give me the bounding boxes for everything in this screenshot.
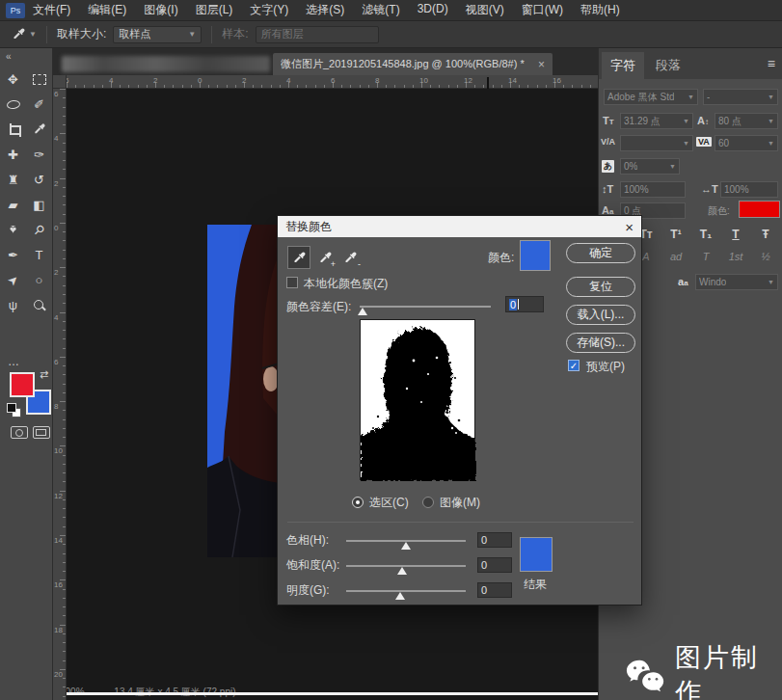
eraser-tool[interactable]: ▰ — [3, 195, 24, 214]
ok-button[interactable]: 确定 — [566, 243, 635, 263]
document-tab-active[interactable]: 微信图片_20191205145848.jpg @ 100%(RGB/8#) *… — [273, 53, 553, 75]
menu-item[interactable]: 文字(Y) — [250, 2, 288, 18]
hue-slider-thumb[interactable] — [401, 542, 411, 550]
localized-clusters-checkbox[interactable] — [286, 277, 298, 288]
menu-item[interactable]: 3D(D) — [418, 2, 448, 18]
opentype-feature-button[interactable]: ½ — [753, 251, 778, 262]
document-tab-blurred[interactable] — [62, 56, 270, 72]
font-size-field[interactable]: 31.29 点▼ — [620, 113, 693, 129]
swap-colors-icon[interactable]: ⇄ — [40, 368, 48, 381]
more-tools-button[interactable]: … — [8, 355, 20, 368]
kerning-field[interactable]: ▼ — [620, 135, 693, 151]
menu-item[interactable]: 图像(I) — [144, 2, 177, 18]
save-button[interactable]: 存储(S)... — [566, 333, 635, 353]
dodge-tool[interactable]: ⚲ — [29, 220, 50, 239]
screen-mode-button[interactable] — [33, 426, 50, 439]
proportional-spacing-field[interactable]: 0%▼ — [620, 158, 680, 175]
ruler-label: 10 — [419, 76, 428, 85]
menu-item[interactable]: 视图(V) — [466, 2, 504, 18]
fuzziness-slider[interactable] — [360, 306, 491, 308]
blur-tool[interactable]: ♠ — [3, 220, 24, 239]
font-family-dropdown[interactable]: Adobe 黑体 Std▼ — [604, 89, 698, 105]
opentype-feature-button[interactable]: 1st — [723, 251, 748, 262]
separator — [211, 26, 212, 43]
menu-item[interactable]: 编辑(E) — [88, 2, 126, 18]
hand-tool[interactable]: ψ — [3, 295, 24, 314]
ruler-cursor-marker — [487, 77, 489, 89]
default-colors-icon[interactable] — [7, 403, 19, 416]
type-style-button[interactable]: Ŧ — [753, 228, 778, 241]
sample-layers-dropdown[interactable]: 所有图层 — [256, 26, 379, 43]
quick-select-tool[interactable]: ✐ — [29, 94, 50, 114]
lightness-slider-thumb[interactable] — [395, 592, 405, 600]
collapse-panel-icon[interactable]: « — [6, 51, 12, 62]
healing-brush-tool[interactable]: ✚ — [3, 145, 24, 164]
path-select-tool-icon: ➤ — [5, 272, 21, 288]
menu-item[interactable]: 文件(F) — [33, 2, 70, 18]
menu-item[interactable]: 选择(S) — [306, 2, 344, 18]
load-button[interactable]: 载入(L)... — [566, 305, 635, 325]
fuzziness-input[interactable]: 0 — [505, 296, 544, 312]
tab-paragraph[interactable]: 段落 — [647, 52, 689, 79]
dialog-title-bar[interactable]: 替换颜色 × — [278, 216, 641, 237]
pen-tool[interactable]: ✒ — [3, 245, 24, 264]
crop-tool[interactable] — [3, 120, 24, 139]
image-radio[interactable] — [422, 497, 434, 508]
fuzziness-slider-thumb[interactable] — [358, 308, 367, 315]
saturation-input[interactable]: 0 — [477, 557, 512, 573]
menu-item[interactable]: 滤镜(T) — [362, 2, 399, 18]
eyedropper-subtract-button[interactable]: - — [338, 246, 362, 269]
horizontal-scale-field[interactable]: 100% — [720, 181, 778, 198]
opentype-feature-button[interactable]: ad — [663, 251, 688, 262]
history-brush-tool[interactable]: ↺ — [29, 170, 50, 189]
font-size-icon: TT — [603, 115, 614, 126]
result-color-swatch[interactable] — [520, 537, 553, 572]
wechat-icon — [625, 658, 665, 692]
move-tool[interactable]: ✥ — [3, 69, 24, 89]
gradient-tool[interactable]: ◧ — [29, 195, 50, 214]
ruler-label: 14 — [508, 76, 517, 85]
lightness-slider[interactable] — [346, 590, 466, 592]
hue-input[interactable]: 0 — [477, 532, 512, 548]
lasso-tool[interactable] — [3, 94, 24, 114]
menu-item[interactable]: 图层(L) — [196, 2, 233, 18]
quick-mask-button[interactable] — [11, 426, 28, 439]
preview-checkbox[interactable]: ✓ — [568, 360, 580, 371]
close-icon[interactable]: × — [538, 58, 545, 71]
vertical-scale-field[interactable]: 100% — [620, 181, 686, 198]
tracking-field[interactable]: 60▼ — [715, 135, 778, 151]
eyedropper-tool[interactable] — [29, 120, 50, 139]
lightness-input[interactable]: 0 — [477, 582, 512, 598]
font-style-dropdown[interactable]: -▼ — [703, 89, 778, 105]
clone-stamp-tool[interactable]: ♜ — [3, 170, 24, 189]
foreground-color-swatch[interactable] — [10, 372, 35, 397]
photo-id-portrait[interactable] — [207, 225, 280, 557]
selected-color-swatch[interactable] — [520, 240, 551, 271]
brush-tool[interactable]: ✑ — [29, 145, 50, 164]
menu-item[interactable]: 帮助(H) — [580, 2, 620, 18]
tab-character[interactable]: 字符 — [602, 52, 644, 79]
path-select-tool[interactable]: ➤ — [3, 270, 24, 289]
saturation-slider-thumb[interactable] — [397, 567, 407, 575]
text-color-swatch[interactable] — [739, 201, 780, 218]
sample-size-dropdown[interactable]: 取样点 ▼ — [113, 26, 202, 43]
gradient-tool-icon: ◧ — [33, 199, 44, 211]
eyedropper-sample-button[interactable] — [287, 246, 310, 269]
selection-radio[interactable] — [352, 497, 364, 508]
type-style-button[interactable]: T₁ — [693, 228, 718, 241]
eyedropper-add-button[interactable]: + — [313, 246, 337, 269]
reset-button[interactable]: 复位 — [566, 277, 635, 297]
panel-menu-icon[interactable]: ≡ — [768, 56, 775, 71]
type-style-button[interactable]: T — [723, 228, 748, 241]
marquee-tool[interactable] — [29, 69, 50, 89]
zoom-tool[interactable] — [29, 295, 50, 314]
tool-preset-picker[interactable]: ▼ — [12, 27, 37, 41]
shape-tool[interactable]: ○ — [29, 270, 50, 289]
anti-alias-dropdown[interactable]: Windo▼ — [695, 274, 778, 290]
type-tool[interactable]: T — [29, 245, 50, 264]
type-style-button[interactable]: T¹ — [663, 228, 688, 241]
menu-item[interactable]: 窗口(W) — [522, 2, 563, 18]
opentype-feature-button[interactable]: T — [693, 251, 718, 262]
close-icon[interactable]: × — [625, 220, 634, 234]
leading-field[interactable]: 80 点▼ — [715, 113, 778, 129]
